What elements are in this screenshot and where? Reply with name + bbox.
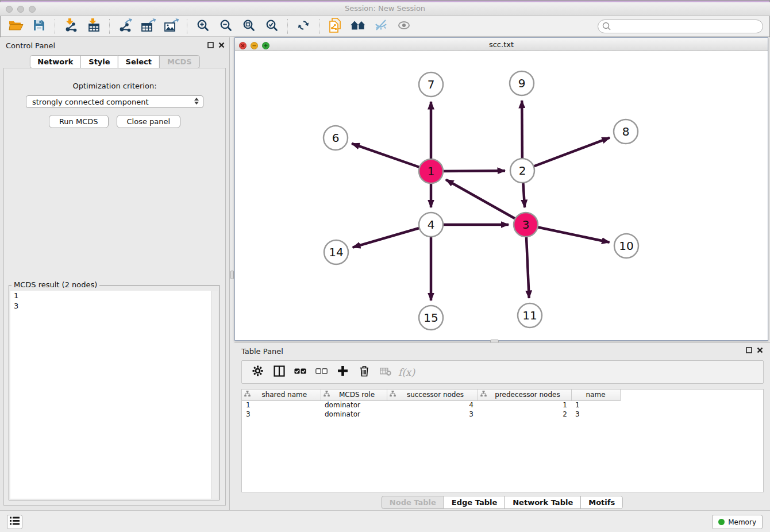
home-view-button[interactable] [346, 18, 369, 35]
import-network-icon [64, 18, 78, 34]
column-header-successor-nodes[interactable]: successor nodes [387, 390, 478, 400]
export-network-button[interactable] [114, 18, 137, 35]
file-network-icon [328, 18, 342, 35]
zoom-in-button[interactable] [191, 18, 214, 35]
close-table-panel-icon[interactable] [757, 347, 763, 353]
save-session-button[interactable] [28, 18, 51, 35]
deselect-all-button[interactable] [311, 364, 332, 381]
table-panel: Table Panel f(x) shared nameMCDS rolesuc… [234, 342, 770, 510]
column-header-shared-name[interactable]: shared name [242, 390, 321, 400]
delete-table-button[interactable] [375, 364, 396, 381]
refresh-layout-button[interactable] [292, 18, 315, 35]
checked-boxes-icon [294, 367, 306, 377]
apply-function-button[interactable]: f(x) [396, 364, 417, 381]
result-scrollbar[interactable] [211, 291, 218, 499]
column-header-name[interactable]: name [571, 390, 620, 400]
zoom-selected-icon [265, 19, 278, 34]
close-panel-button[interactable]: Close panel [117, 115, 181, 128]
network-from-file-button[interactable] [324, 18, 346, 35]
columns-icon [274, 365, 285, 379]
show-column-button[interactable] [268, 364, 290, 381]
node-15[interactable]: 15 [419, 306, 443, 330]
edge-2-8[interactable] [522, 138, 610, 171]
show-details-button[interactable] [392, 18, 415, 35]
tab-motifs[interactable]: Motifs [580, 496, 623, 509]
mcds-result-list[interactable]: 13 [10, 291, 218, 499]
node-table[interactable]: shared nameMCDS rolesuccessor nodesprede… [241, 389, 764, 492]
memory-button[interactable]: Memory [712, 515, 763, 529]
export-image-button[interactable] [160, 18, 183, 35]
zoom-selected-button[interactable] [260, 18, 283, 35]
open-session-button[interactable] [5, 18, 28, 35]
export-table-icon [141, 18, 156, 34]
column-header-predecessor-nodes[interactable]: predecessor nodes [478, 390, 571, 400]
delete-row-button[interactable] [353, 364, 375, 381]
node-label: 11 [522, 309, 537, 322]
node-8[interactable]: 8 [614, 119, 638, 144]
node-label: 1 [428, 164, 435, 178]
tab-style[interactable]: Style [80, 55, 118, 68]
node-9[interactable]: 9 [510, 71, 534, 95]
tab-node-table[interactable]: Node Table [382, 496, 444, 509]
node-3[interactable]: 3 [514, 213, 538, 237]
close-panel-icon[interactable] [218, 42, 225, 48]
node-14[interactable]: 14 [324, 240, 348, 264]
table-cell: 1 [242, 400, 321, 410]
criterion-dropdown[interactable]: strongly connected component [26, 95, 203, 108]
table-cell: 3 [242, 410, 321, 419]
tab-select[interactable]: Select [118, 55, 160, 68]
tab-mcds[interactable]: MCDS [159, 55, 200, 68]
table-row[interactable]: 3dominator323 [242, 410, 620, 419]
import-network-button[interactable] [59, 18, 82, 35]
edge-3-1[interactable] [446, 180, 526, 225]
import-table-button[interactable] [82, 18, 105, 35]
column-header-MCDS-role[interactable]: MCDS role [321, 390, 387, 400]
node-label: 14 [329, 245, 343, 259]
node-2[interactable]: 2 [510, 159, 534, 183]
column-tree-icon [324, 391, 330, 399]
node-7[interactable]: 7 [419, 72, 443, 97]
tab-edge-table[interactable]: Edge Table [444, 496, 505, 509]
table-cell: 1 [571, 400, 620, 410]
node-label: 7 [428, 78, 435, 91]
network-canvas[interactable]: 7968124314101511 [235, 51, 768, 340]
node-label: 8 [622, 125, 630, 138]
node-6[interactable]: 6 [324, 126, 348, 150]
delete-table-icon [380, 367, 391, 378]
table-toolbar: f(x) [241, 360, 764, 384]
zoom-out-icon [220, 19, 232, 34]
search-input[interactable] [598, 20, 763, 33]
zoom-in-icon [197, 19, 209, 34]
zoom-out-button[interactable] [214, 18, 237, 35]
show-panels-button[interactable] [7, 515, 22, 529]
toolbar-separator [187, 19, 187, 34]
mcds-result-group: MCDS result (2 nodes) 13 [9, 285, 220, 500]
node-10[interactable]: 10 [614, 234, 638, 258]
hide-details-button[interactable] [369, 18, 392, 35]
zoom-fit-button[interactable] [237, 18, 260, 35]
select-all-button[interactable] [290, 364, 311, 381]
column-tree-icon [244, 391, 251, 399]
tab-network-table[interactable]: Network Table [505, 496, 581, 509]
network-window-titlebar[interactable]: scc.txt [235, 38, 768, 51]
hide-eye-icon [374, 19, 388, 34]
node-label: 3 [522, 218, 530, 232]
control-panel: Control Panel NetworkStyleSelectMCDS Opt… [0, 37, 230, 510]
table-row[interactable]: 1dominator411 [242, 400, 620, 410]
export-table-button[interactable] [137, 18, 160, 35]
node-11[interactable]: 11 [518, 303, 542, 327]
vertical-splitter-grip[interactable] [230, 271, 234, 279]
column-tree-icon [480, 391, 487, 399]
node-1[interactable]: 1 [419, 159, 443, 183]
edge-3-10[interactable] [526, 225, 610, 242]
gear-icon [252, 365, 263, 379]
add-row-button[interactable] [332, 364, 353, 381]
node-4[interactable]: 4 [419, 213, 443, 237]
column-settings-button[interactable] [247, 364, 268, 381]
float-table-panel-icon[interactable] [746, 347, 752, 353]
network-window-title: scc.txt [235, 40, 768, 49]
run-mcds-button[interactable]: Run MCDS [49, 115, 109, 128]
tab-network[interactable]: Network [29, 55, 81, 68]
optimization-criterion-label: Optimization criterion: [4, 82, 225, 90]
float-panel-icon[interactable] [207, 42, 214, 48]
